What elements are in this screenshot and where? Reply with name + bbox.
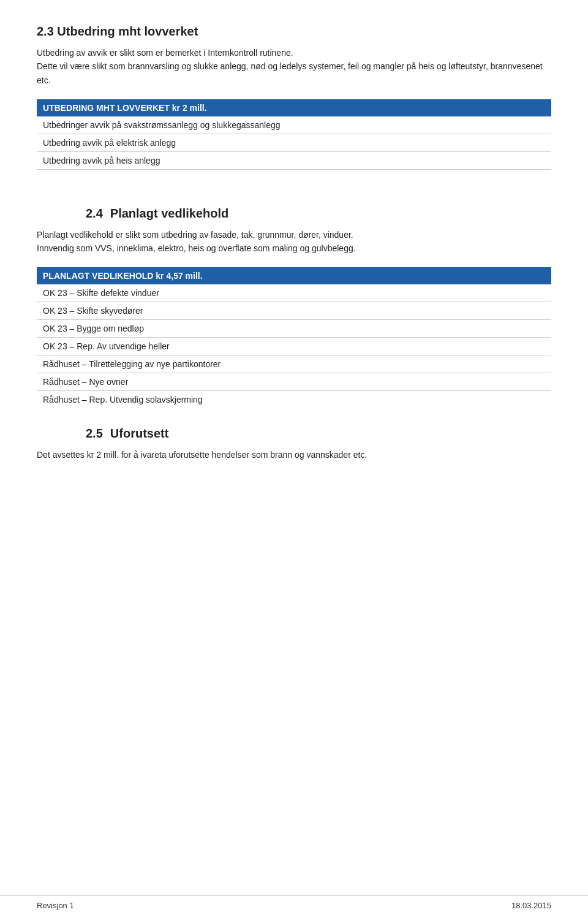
planlagt-table-header: PLANLAGT VEDLIKEHOLD kr 4,57 mill. <box>37 267 551 284</box>
table-row: Utbedring avvik på heis anlegg <box>37 152 551 170</box>
table-row: OK 23 – Rep. Av utvendige heller <box>37 338 551 355</box>
table-cell: OK 23 – Skifte defekte vinduer <box>37 284 551 302</box>
table-row: Rådhuset – Tilrettelegging av nye partik… <box>37 355 551 373</box>
section-2-5-number: 2.5 <box>86 427 103 441</box>
table-cell: Rådhuset – Tilrettelegging av nye partik… <box>37 355 551 373</box>
section-2-3-heading: 2.3 Utbedring mht lovverket <box>37 25 551 39</box>
footer-date: 18.03.2015 <box>511 901 551 910</box>
table-row: OK 23 – Skifte skyvedører <box>37 302 551 320</box>
table-cell: OK 23 – Skifte skyvedører <box>37 302 551 320</box>
footer-revision: Revisjon 1 <box>37 901 74 910</box>
table-row: Utbedring avvik på elektrisk anlegg <box>37 134 551 152</box>
table-row-empty <box>37 170 551 188</box>
utbedring-table-header: UTBEDRING MHT LOVVERKET kr 2 mill. <box>37 99 551 116</box>
utbedring-table: Utbedringer avvik på svakstrømssanlegg o… <box>37 116 551 188</box>
section-2-5: 2.5 Uforutsett Det avsettes kr 2 mill. f… <box>37 427 551 461</box>
table-cell: OK 23 – Rep. Av utvendige heller <box>37 338 551 355</box>
section-2-3: 2.3 Utbedring mht lovverket Utbedring av… <box>37 25 551 188</box>
section-2-4-heading: Planlagt vedlikehold <box>110 207 228 221</box>
section-2-4-title-block: 2.4 Planlagt vedlikehold <box>37 207 551 221</box>
section-2-4-number: 2.4 <box>86 207 103 221</box>
table-cell: Utbedringer avvik på svakstrømssanlegg o… <box>37 116 551 134</box>
table-cell: Rådhuset – Rep. Utvendig solavskjerming <box>37 391 551 409</box>
table-cell: Utbedring avvik på elektrisk anlegg <box>37 134 551 152</box>
planlagt-table-section: PLANLAGT VEDLIKEHOLD kr 4,57 mill. OK 23… <box>37 267 551 408</box>
section-2-5-title-block: 2.5 Uforutsett <box>37 427 551 441</box>
section-2-5-body: Det avsettes kr 2 mill. for å ivareta uf… <box>37 448 551 461</box>
footer: Revisjon 1 18.03.2015 <box>0 895 588 915</box>
table-cell: Rådhuset – Nye ovner <box>37 373 551 391</box>
table-row: OK 23 – Bygge om nedløp <box>37 320 551 338</box>
table-cell: OK 23 – Bygge om nedløp <box>37 320 551 338</box>
table-row: Rådhuset – Rep. Utvendig solavskjerming <box>37 391 551 409</box>
utbedring-table-section: UTBEDRING MHT LOVVERKET kr 2 mill. Utbed… <box>37 99 551 188</box>
section-2-3-intro-1: Utbedring av avvik er slikt som er bemer… <box>37 46 551 87</box>
table-row: Rådhuset – Nye ovner <box>37 373 551 391</box>
planlagt-table: OK 23 – Skifte defekte vinduer OK 23 – S… <box>37 284 551 408</box>
section-2-4: 2.4 Planlagt vedlikehold Planlagt vedlik… <box>37 207 551 409</box>
table-row: Utbedringer avvik på svakstrømssanlegg o… <box>37 116 551 134</box>
section-2-4-intro: Planlagt vedlikehold er slikt som utbedr… <box>37 228 551 256</box>
table-row: OK 23 – Skifte defekte vinduer <box>37 284 551 302</box>
section-2-5-heading: Uforutsett <box>110 427 169 441</box>
table-cell: Utbedring avvik på heis anlegg <box>37 152 551 170</box>
